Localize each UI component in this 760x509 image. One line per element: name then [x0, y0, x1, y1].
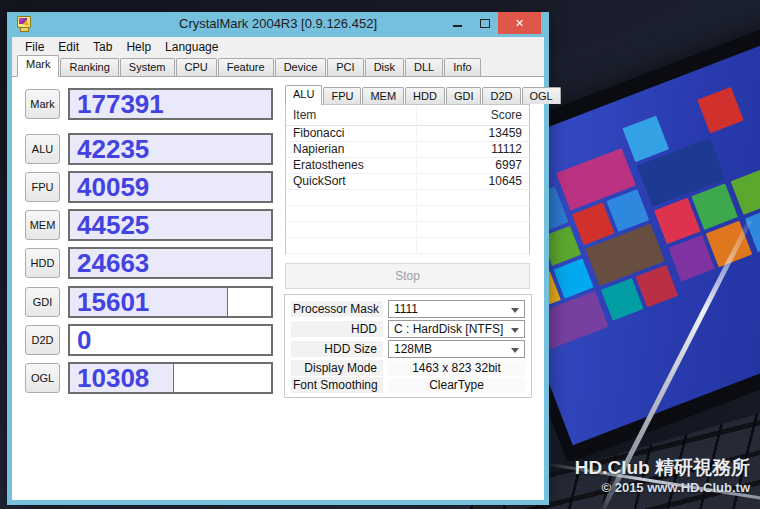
cell-item: Napierian	[286, 142, 417, 157]
score-label-button-gdi[interactable]: GDI	[25, 287, 60, 317]
score-box-mark: 177391	[68, 88, 273, 120]
setting-label-processor-mask: Processor Mask	[291, 301, 383, 317]
table-row: Napierian11112	[286, 142, 529, 158]
cell-score	[417, 238, 529, 253]
score-box-ogl: 10308	[68, 362, 273, 394]
score-label-button-alu[interactable]: ALU	[25, 134, 60, 164]
watermark-copyright: © 2015 www.HD.Club.tw	[575, 480, 750, 496]
start-tile	[554, 258, 594, 298]
cell-score: 10645	[417, 174, 529, 189]
main-tab-strip: MarkRankingSystemCPUFeatureDevicePCIDisk…	[12, 57, 544, 77]
setting-row-hdd: HDDC : HardDisk [NTFS]	[291, 320, 525, 338]
processor-mask-dropdown[interactable]: 1111	[388, 300, 525, 318]
score-value-hdd: 24663	[77, 249, 149, 277]
score-value-gdi: 15601	[77, 288, 149, 316]
watermark: HD.Club 精研視務所 © 2015 www.HD.Club.tw	[575, 456, 750, 496]
hdd-dropdown[interactable]: C : HardDisk [NTFS]	[388, 320, 525, 338]
detail-tab-alu[interactable]: ALU	[285, 85, 322, 105]
score-box-fpu: 40059	[68, 171, 273, 203]
score-value-alu: 42235	[77, 135, 149, 163]
display-mode-value: 1463 x 823 32bit	[388, 361, 525, 376]
score-value-ogl: 10308	[77, 364, 149, 392]
crystalmark-window: CrystalMark 2004R3 [0.9.126.452] ✕ FileE…	[7, 12, 549, 505]
menu-item-edit[interactable]: Edit	[51, 38, 86, 56]
chevron-down-icon	[511, 308, 519, 313]
score-label-button-hdd[interactable]: HDD	[25, 248, 60, 278]
score-label-button-mem[interactable]: MEM	[25, 210, 60, 240]
tab-system[interactable]: System	[120, 58, 175, 76]
table-row: Eratosthenes6997	[286, 158, 529, 174]
settings-group: Processor Mask1111HDDC : HardDisk [NTFS]…	[284, 294, 532, 398]
start-tile	[731, 168, 760, 215]
score-value-mem: 44525	[77, 211, 149, 239]
cell-score	[417, 206, 529, 221]
cell-score	[417, 222, 529, 237]
tab-info[interactable]: Info	[444, 58, 480, 76]
start-tile	[668, 235, 715, 282]
font-smoothing-value: ClearType	[388, 378, 525, 393]
title-bar[interactable]: CrystalMark 2004R3 [0.9.126.452] ✕	[12, 12, 544, 37]
setting-label-font-smoothing: Font Smoothing	[291, 377, 383, 393]
detail-tab-d2d[interactable]: D2D	[482, 87, 520, 104]
tab-cpu[interactable]: CPU	[176, 58, 217, 76]
hdd-size-dropdown[interactable]: 128MB	[388, 340, 525, 358]
detail-tab-mem[interactable]: MEM	[362, 87, 404, 104]
column-header-item[interactable]: Item	[286, 105, 417, 125]
score-box-gdi: 15601	[68, 286, 273, 318]
setting-row-font-smoothing: Font SmoothingClearType	[291, 377, 525, 393]
setting-label-hdd: HDD	[291, 321, 383, 337]
mark-tab-page: Mark177391ALU42235FPU40059MEM44525HDD246…	[12, 77, 544, 500]
cell-score: 13459	[417, 126, 529, 141]
table-header: Item Score	[286, 105, 529, 126]
table-row-empty	[286, 206, 529, 222]
score-label-button-d2d[interactable]: D2D	[25, 325, 60, 355]
cell-score	[417, 190, 529, 205]
table-row-empty	[286, 238, 529, 254]
tab-pci[interactable]: PCI	[327, 58, 363, 76]
cell-item: Eratosthenes	[286, 158, 417, 173]
tab-ranking[interactable]: Ranking	[60, 58, 118, 76]
maximize-button[interactable]	[471, 12, 498, 34]
tab-dll[interactable]: DLL	[405, 58, 443, 76]
score-label-button-fpu[interactable]: FPU	[25, 172, 60, 202]
detail-tab-ogl[interactable]: OGL	[522, 87, 561, 104]
detail-tab-hdd[interactable]: HDD	[405, 87, 445, 104]
cell-item	[286, 222, 417, 237]
minimize-button[interactable]	[444, 12, 471, 34]
cell-item: QuickSort	[286, 174, 417, 189]
column-header-score[interactable]: Score	[417, 105, 529, 125]
setting-row-display-mode: Display Mode1463 x 823 32bit	[291, 360, 525, 376]
chevron-down-icon	[511, 328, 519, 333]
stop-button[interactable]: Stop	[285, 263, 530, 289]
watermark-site-name: HD.Club 精研視務所	[575, 456, 750, 480]
score-box-alu: 42235	[68, 133, 273, 165]
table-row-empty	[286, 190, 529, 206]
tab-mark[interactable]: Mark	[17, 55, 59, 77]
setting-label-hdd-size: HDD Size	[291, 341, 383, 357]
setting-row-hdd-size: HDD Size128MB	[291, 340, 525, 358]
start-tile	[601, 278, 644, 321]
chevron-down-icon	[511, 348, 519, 353]
cell-item: Fibonacci	[286, 126, 417, 141]
tab-feature[interactable]: Feature	[218, 58, 274, 76]
setting-row-processor-mask: Processor Mask1111	[291, 300, 525, 318]
menu-item-tab[interactable]: Tab	[86, 38, 119, 56]
score-box-d2d: 0	[68, 324, 273, 356]
tab-device[interactable]: Device	[275, 58, 327, 76]
detail-tab-gdi[interactable]: GDI	[446, 87, 482, 104]
tab-disk[interactable]: Disk	[365, 58, 404, 76]
score-box-mem: 44525	[68, 209, 273, 241]
score-value-fpu: 40059	[77, 173, 149, 201]
score-label-button-ogl[interactable]: OGL	[25, 363, 60, 393]
score-label-button-mark[interactable]: Mark	[25, 89, 60, 119]
cell-item	[286, 206, 417, 221]
start-tile	[697, 87, 744, 134]
score-value-d2d: 0	[77, 326, 91, 354]
table-row: Fibonacci13459	[286, 126, 529, 142]
score-box-hdd: 24663	[68, 247, 273, 279]
menu-item-file[interactable]: File	[18, 38, 51, 56]
close-button[interactable]: ✕	[498, 12, 541, 34]
detail-tab-fpu[interactable]: FPU	[323, 87, 361, 104]
menu-item-language[interactable]: Language	[158, 38, 225, 56]
menu-item-help[interactable]: Help	[119, 38, 158, 56]
